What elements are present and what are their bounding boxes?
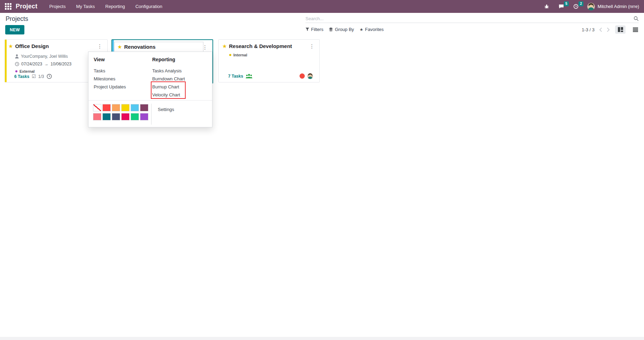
card-tag: Internal [229,53,247,57]
card-kebab-menu-icon[interactable]: ⋮ [201,44,209,51]
checklist-icon: ☑ [32,74,36,79]
color-swatch-purple[interactable] [140,113,148,120]
menu-item-settings[interactable]: Settings [158,107,174,112]
menu-item-tasks-analysis[interactable]: Tasks Analysis [152,67,185,75]
card-tag: External [15,69,34,73]
menu-item-velocity-chart[interactable]: Velocity Chart [152,91,185,99]
menu-item-burnup-chart[interactable]: Burnup Chart [152,83,185,91]
kanban-area: ⋮ ★ Office Design YourCompany, Joel Will… [0,0,644,340]
clock-icon [15,62,19,66]
menu-vertical-divider [151,104,152,125]
color-swatch-teal[interactable] [102,113,111,120]
card-partner-row: YourCompany, Joel Willis [15,54,68,59]
tag-dot [15,70,17,72]
arrow-right-icon: → [44,62,48,66]
assignee-avatar[interactable] [307,73,313,79]
card-title-box[interactable]: ★ Renovations [114,42,203,52]
color-swatch-dark-purple[interactable] [140,104,148,111]
menu-view-header: View [94,57,126,62]
card-date-start: 07/24/2023 [21,62,42,66]
card-header: ★ Research & Development [222,43,292,49]
card-partner: YourCompany, Joel Willis [21,54,68,59]
color-palette [93,104,148,120]
tasks-count-link[interactable]: 7 Tasks [228,74,243,79]
window-bottom-edge [0,337,644,340]
card-kebab-menu-icon[interactable]: ⋮ [96,42,104,50]
color-swatch-fuchsia[interactable] [121,113,130,120]
card-header: ★ Office Design [8,43,49,49]
card-context-menu: View Tasks Milestones Project Updates Re… [88,52,212,127]
favorite-star-icon[interactable]: ★ [8,44,13,49]
tasks-count-link[interactable]: 6 Tasks [14,74,29,79]
card-title: Renovations [124,44,155,50]
project-card-research-development[interactable]: ⋮ ★ Research & Development Internal 7 Ta… [218,39,320,82]
tag-label: Internal [233,53,247,57]
menu-divider [88,100,212,101]
status-dot[interactable] [300,73,305,79]
odoo-project-page: Project Projects My Tasks Reporting Conf… [0,0,644,340]
color-swatch-light-blue[interactable] [131,104,139,111]
tag-label: External [20,69,34,73]
color-swatch-orange[interactable] [112,104,120,111]
color-swatch-none[interactable] [93,104,101,111]
activity-clock-icon[interactable] [47,74,52,79]
menu-item-tasks[interactable]: Tasks [94,67,126,75]
favorite-star-icon[interactable]: ★ [117,44,122,50]
favorite-star-icon[interactable]: ★ [222,44,227,49]
menu-view-section: View Tasks Milestones Project Updates [94,57,126,91]
menu-item-milestones[interactable]: Milestones [94,75,126,83]
color-swatch-yellow[interactable] [121,104,130,111]
color-swatch-green[interactable] [131,113,139,120]
menu-item-burndown-chart[interactable]: Burndown Chart [152,75,185,83]
card-color-bar [5,40,7,82]
team-icon [246,74,253,79]
tag-dot [229,54,231,56]
menu-item-project-updates[interactable]: Project Updates [94,83,126,91]
card-title: Office Design [15,43,49,49]
card-title: Research & Development [229,43,292,49]
card-dates-row: 07/24/2023 → 10/06/2023 [15,62,71,66]
color-swatch-red[interactable] [102,104,111,111]
person-icon [15,54,19,58]
card-date-end: 10/06/2023 [51,62,71,66]
checklist-count: 1/3 [38,74,44,79]
color-swatch-dark-blue[interactable] [112,113,120,120]
color-swatch-salmon[interactable] [93,113,101,120]
menu-reporting-header: Reporting [152,57,185,62]
card-footer: 7 Tasks [228,73,313,79]
card-kebab-menu-icon[interactable]: ⋮ [308,42,316,50]
menu-reporting-section: Reporting Tasks Analysis Burndown Chart … [152,57,185,99]
